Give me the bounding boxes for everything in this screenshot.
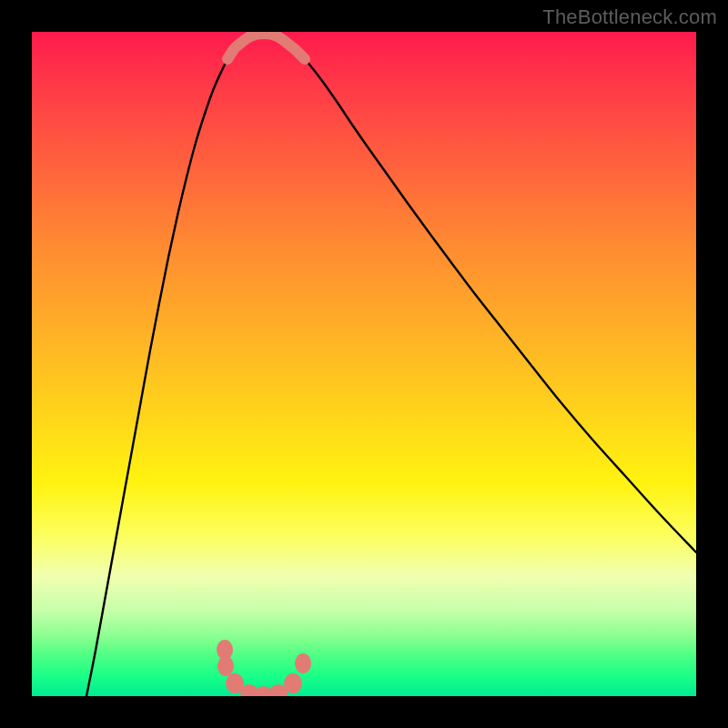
curve-right-branch	[291, 46, 696, 552]
marker-l-upper-2	[217, 656, 234, 676]
rope-floor	[228, 34, 305, 59]
plot-area	[32, 32, 696, 696]
marker-r-upper	[295, 653, 311, 673]
curve-left-branch	[86, 46, 237, 696]
watermark-text: TheBottleneck.com	[542, 5, 717, 29]
chart-frame: TheBottleneck.com	[0, 0, 728, 728]
curve-layer	[32, 32, 696, 696]
marker-r-lower	[284, 673, 302, 693]
